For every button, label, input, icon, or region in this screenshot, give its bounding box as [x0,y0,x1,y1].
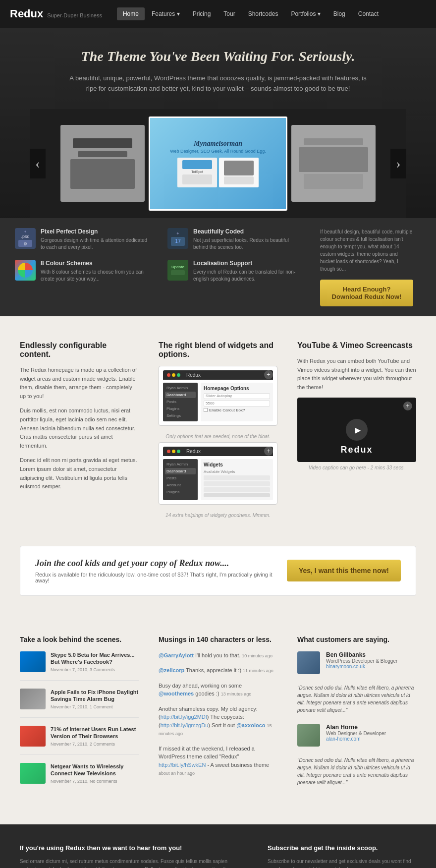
main-nav: Home Features ▾ Pricing Tour Shortcodes … [117,7,384,20]
ws-header-2: Redux [163,447,273,456]
download-button[interactable]: Heard Enough? Download Redux Now! [320,280,413,306]
slide-center-title: Mynameisorman [194,140,242,148]
feature-item-pixel: + .psd @ Pixel Perfect Design Gorgeous d… [15,228,152,251]
slide-right [291,125,376,202]
ws-main-title-1: Homepage Options [204,386,270,391]
footer-left: If you're using Redux then we want to he… [20,844,238,868]
slider-prev[interactable]: ‹ [30,149,46,178]
ws-title-1: Redux [186,372,201,378]
slider: ‹ Mynameisorman Web Designer, SEO Geek, … [30,109,406,218]
ws-sidebar-1: Ryan Admin Dashboard Posts Plugins Setti… [163,383,198,421]
hero-title: The Theme You've Been Waiting For. Serio… [30,48,406,65]
testimonials-title: What customers are saying. [297,636,416,643]
nav-home[interactable]: Home [117,7,145,20]
nav-tour[interactable]: Tour [218,7,241,20]
testi-info-2: Alan Horne Web Designer & Developer alan… [326,724,386,747]
feature-text-colour: 8 Colour Schemes With 8 colour schemes t… [41,260,152,283]
avatar-alan [297,724,320,747]
widgets-col: The right blend of widgets and options. … [159,341,277,521]
tweet-2-time: 11 minutes ago [243,668,273,673]
blog-thumb-1 [20,651,46,672]
ws-sidebar-posts[interactable]: Posts [165,399,196,405]
nav-pricing[interactable]: Pricing [187,7,217,20]
logo-tagline: Super-Duper Business [47,12,102,18]
ws-sidebar-plugins[interactable]: Plugins [165,405,196,412]
site-header: Redux Super-Duper Business Home Features… [0,0,436,28]
blog-title-3: 71% of Internet Users Run Latest Version… [51,726,139,740]
configurable-para-2: Duis mollis, est non commodo luctus, nis… [20,406,139,450]
ws-sidebar-settings[interactable]: Settings [165,412,196,419]
widgets-title: The right blend of widgets and options. [159,341,277,359]
testi-quote-2: "Donec sed odio dui. Nulla vitae elit li… [297,756,416,786]
nav-features[interactable]: Features ▾ [146,7,186,20]
musings-title: Musings in 140 characters or less. [159,636,277,643]
feature-col-2: + 17 Beautifully Coded Not just superfic… [160,228,312,306]
nav-shortcodes[interactable]: Shortcodes [242,7,284,20]
nav-blog[interactable]: Blog [327,7,351,20]
blog-post-4: Netgear Wants to Wirelessly Connect New … [20,763,139,792]
feature-icon-locale: Update [167,260,188,281]
footer-cta-text: Sed ornare dictum mi, sed rutrum metus c… [20,858,238,868]
blog-info-3: 71% of Internet Users Run Latest Version… [51,726,139,747]
hero-subtitle: A beautiful, unique, powerful, WordPress… [69,73,367,94]
testimonial-1: Ben Gillbanks WordPress Developer & Blog… [297,651,416,674]
cta-banner-title: Join the cool kids and get your copy of … [35,558,287,569]
cta-banner-button[interactable]: Yes, I want this theme now! [287,560,401,581]
slider-next[interactable]: › [390,149,406,178]
behind-scenes-col: Take a look behind the scenes. Skype 5.0… [20,636,139,800]
ws-dot-red-1 [167,373,170,377]
blog-info-1: Skype 5.0 Beta for Mac Arrives... But Wh… [51,651,139,672]
ws-dots-1 [167,373,180,377]
ws-field-speed: 5500 [204,401,270,406]
blog-info-2: Apple Fails to Fix iPhone Daylight Savin… [51,689,139,709]
video-play-button[interactable] [346,419,368,441]
video-box: + Redux [297,398,416,462]
configurable-title: Endlessly configurable content. [20,341,139,359]
testi-info-1: Ben Gillbanks WordPress Developer & Blog… [326,651,397,674]
testi-name-1: Ben Gillbanks [326,651,397,658]
blog-thumb-4 [20,763,46,784]
screencasts-text: With Redux you can embed both YouTube an… [297,357,416,392]
feature-icon-colour [15,260,36,281]
ws-body-1: Ryan Admin Dashboard Posts Plugins Setti… [163,380,273,421]
testi-role-2: Web Designer & Developer [326,731,386,736]
ws-sidebar-dashboard[interactable]: Dashboard [165,392,196,398]
tweet-3: Busy day ahead, working on some @woothem… [159,682,277,698]
slide-center: Mynameisorman Web Designer, SEO Geek, Al… [149,116,287,211]
slider-content: Mynameisorman Web Designer, SEO Geek, Al… [30,109,406,218]
ws-dot-red-2 [167,450,170,453]
ws-sidebar-dashboard-2[interactable]: Dashboard [165,468,196,474]
testi-role-1: WordPress Developer & Blogger [326,658,397,664]
blog-post-3: 71% of Internet Users Run Latest Version… [20,726,139,755]
ws-field-autoplay: Slider Autoplay [204,393,270,399]
musings-col: Musings in 140 characters or less. @Garr… [159,636,277,800]
ws-sidebar-posts-2[interactable]: Posts [165,475,196,481]
ws-sidebar-plugins-2[interactable]: Plugins [165,489,196,495]
feature-col-1: + .psd @ Pixel Perfect Design Gorgeous d… [15,228,160,306]
video-caption: Video caption can go here - 2 mins 33 se… [297,462,416,473]
blog-title-4: Netgear Wants to Wirelessly Connect New … [51,763,139,777]
video-plus[interactable]: + [403,402,412,410]
feature-icon-psd: + .psd @ [15,228,36,249]
blog-info-4: Netgear Wants to Wirelessly Connect New … [51,763,139,784]
tweet-2-handle: @zellcorp [159,667,184,673]
configurable-para-1: The Redux homepage is made up a collecti… [20,366,139,401]
nav-contact[interactable]: Contact [352,7,384,20]
widget-screenshot-2-plus[interactable]: + [264,447,273,456]
widget-screenshot-1-plus[interactable]: + [264,370,273,379]
tweet-1-handle: @GarryAylott [159,652,194,658]
widget-screenshot-1: + Redux Ryan Admin Dashboard Posts Plugi… [159,366,277,426]
nav-portfolios[interactable]: Portfolios ▾ [285,7,326,20]
testimonials-col: What customers are saying. Ben Gillbanks… [297,636,416,800]
footer-main: If you're using Redux then we want to he… [0,824,436,868]
tweet-1: @GarryAylott I'll hold you to that. 10 m… [159,651,277,660]
tweet-4-link2[interactable]: http://bit.ly/igmzgDu [161,722,209,728]
tweet-5-link[interactable]: http://bit.ly/hSwkEN [159,762,206,768]
footer-right: Subscribe and get the inside scoop. Subs… [268,844,416,868]
feature-item-locale: Update Localisation Support Every inch o… [167,260,304,283]
ws-sidebar-account[interactable]: Account [165,482,196,488]
tweet-3-time: 13 minutes ago [221,692,252,696]
tweet-4-link1[interactable]: http://bit.ly/igg2MDI [161,714,207,720]
tweet-5-time: about an hour ago [159,771,195,776]
behind-scenes-title: Take a look behind the scenes. [20,636,139,643]
